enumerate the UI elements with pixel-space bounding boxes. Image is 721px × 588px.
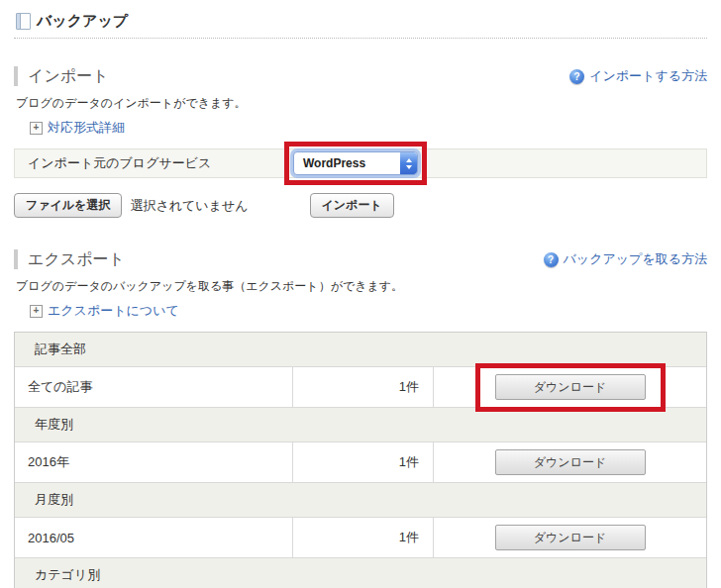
export-section-head: エクスポート ? バックアップを取る方法: [14, 249, 707, 269]
download-button-wrap: ダウンロード: [495, 374, 646, 400]
help-icon: ?: [569, 69, 584, 84]
import-help-link[interactable]: ? インポートする方法: [569, 67, 707, 85]
table-group-header: 月度別: [15, 482, 706, 517]
download-button-year[interactable]: ダウンロード: [495, 449, 646, 475]
row-label: 2016/05: [15, 518, 292, 557]
help-icon: ?: [544, 252, 559, 267]
table-group-header: 記事全部: [15, 333, 706, 366]
export-help-link-label: バックアップを取る方法: [564, 250, 707, 268]
page-header: バックアップ: [14, 8, 707, 39]
export-help-link[interactable]: ? バックアップを取る方法: [544, 250, 707, 268]
table-group-header: 年度別: [15, 407, 706, 441]
plus-box-icon[interactable]: +: [30, 305, 43, 318]
import-source-label: インポート元のブログサービス: [15, 154, 211, 172]
row-count: 1件: [292, 518, 434, 557]
page-title: バックアップ: [37, 12, 128, 31]
export-section-title: エクスポート: [14, 249, 125, 269]
row-action-cell: ダウンロード: [434, 367, 706, 407]
table-row: 全ての記事 1件 ダウンロード: [15, 366, 706, 407]
notebook-icon: [16, 13, 31, 30]
row-count: 1件: [292, 442, 434, 482]
select-stepper-icon: [400, 152, 417, 174]
import-source-row: インポート元のブログサービス WordPress: [14, 148, 707, 178]
import-description: ブログのデータのインポートができます。: [16, 95, 707, 112]
import-file-row: ファイルを選択 選択されていません インポート: [14, 193, 707, 218]
download-button-month[interactable]: ダウンロード: [495, 525, 646, 550]
row-action-cell: ダウンロード: [434, 518, 706, 557]
table-group-header: カテゴリ別: [15, 557, 706, 588]
export-description: ブログのデータのバックアップを取る事（エクスポート）ができます。: [16, 278, 707, 295]
import-source-select[interactable]: WordPress: [293, 151, 418, 175]
import-section-title: インポート: [14, 66, 109, 86]
row-action-cell: ダウンロード: [434, 442, 706, 482]
chevron-up-icon: [406, 158, 412, 162]
export-detail-link-row: + エクスポートについて: [30, 302, 707, 320]
row-label: 2016年: [15, 442, 292, 482]
choose-file-button[interactable]: ファイルを選択: [14, 193, 122, 218]
row-label: 全ての記事: [15, 367, 292, 407]
export-detail-link[interactable]: エクスポートについて: [48, 302, 179, 320]
download-button-all-articles[interactable]: ダウンロード: [495, 374, 646, 400]
import-section-head: インポート ? インポートする方法: [14, 66, 707, 86]
import-submit-button[interactable]: インポート: [310, 193, 394, 218]
plus-box-icon[interactable]: +: [30, 122, 43, 135]
import-help-link-label: インポートする方法: [589, 67, 707, 85]
import-detail-link[interactable]: 対応形式詳細: [48, 119, 125, 137]
import-source-select-wrap: WordPress: [293, 151, 418, 175]
file-status-text: 選択されていません: [130, 197, 248, 215]
table-row: 2016/05 1件 ダウンロード: [15, 517, 706, 557]
import-detail-link-row: + 対応形式詳細: [30, 119, 707, 137]
backup-page: バックアップ インポート ? インポートする方法 ブログのデータのインポートがで…: [0, 0, 721, 588]
import-source-select-value: WordPress: [294, 156, 400, 170]
export-table: 記事全部 全ての記事 1件 ダウンロード 年度別 2016年 1件 ダウンロード…: [14, 332, 707, 588]
chevron-down-icon: [406, 165, 412, 169]
table-row: 2016年 1件 ダウンロード: [15, 441, 706, 482]
row-count: 1件: [292, 367, 434, 407]
